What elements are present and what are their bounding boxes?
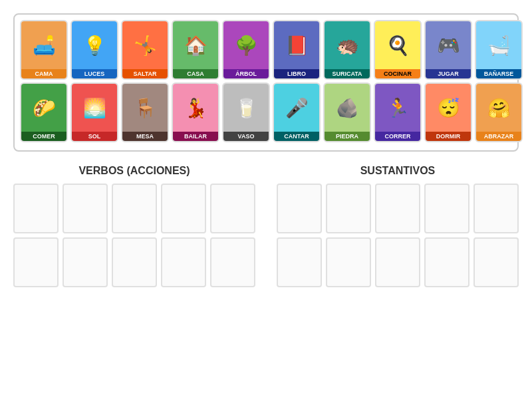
card-label-dormir: DORMIR — [426, 132, 471, 141]
verbos-category: VERBOS (ACCIONES) — [13, 165, 255, 287]
verbos-drop-row-1 — [13, 184, 255, 233]
card-label-cantar: CANTAR — [274, 132, 319, 141]
verbos-drop-cell[interactable] — [161, 237, 206, 287]
card-label-saltar: SALTAR — [122, 69, 168, 78]
card-correr[interactable]: 🏃CORRER — [374, 82, 422, 142]
sustantivos-drop-cell[interactable] — [473, 237, 519, 287]
card-image-correr: 🏃 — [375, 84, 420, 132]
card-label-luces: LUCES — [72, 69, 117, 78]
verbos-drop-cell[interactable] — [13, 184, 59, 233]
card-label-correr: CORRER — [375, 132, 420, 141]
sustantivos-drop-cell[interactable] — [326, 237, 371, 287]
sustantivos-drop-cell[interactable] — [424, 237, 469, 287]
card-label-comer: COMER — [21, 132, 66, 141]
card-image-suricata: 🦔 — [325, 21, 370, 69]
verbos-drop-cell[interactable] — [161, 184, 206, 233]
sustantivos-drop-cell[interactable] — [277, 184, 322, 233]
card-label-suricata: SURICATA — [325, 69, 370, 78]
card-abrazar[interactable]: 🤗ABRAZAR — [475, 82, 523, 142]
verbos-drop-row-2 — [13, 237, 255, 287]
card-image-luces: 💡 — [72, 21, 117, 69]
card-image-dormir: 😴 — [426, 84, 471, 132]
card-suricata[interactable]: 🦔SURICATA — [323, 20, 371, 80]
sustantivos-title: SUSTANTIVOS — [277, 165, 519, 177]
card-row-1: 🛋️CAMA💡LUCES🤸SALTAR🏠CASA🌳ÁRBOL📕LIBRO🦔SUR… — [20, 20, 512, 80]
card-label-piedra: PIEDRA — [325, 132, 370, 141]
card-label-cama: CAMA — [21, 69, 66, 78]
sustantivos-drop-row-1 — [277, 184, 519, 233]
card-jugar[interactable]: 🎮JUGAR — [424, 20, 472, 80]
card-image-jugar: 🎮 — [426, 21, 471, 69]
card-libro[interactable]: 📕LIBRO — [273, 20, 321, 80]
verbos-drop-grid — [13, 184, 255, 287]
card-image-comer: 🌮 — [21, 84, 66, 132]
verbos-title: VERBOS (ACCIONES) — [13, 165, 255, 177]
sustantivos-drop-row-2 — [277, 237, 519, 287]
sustantivos-drop-cell[interactable] — [326, 184, 371, 233]
card-image-sol: 🌅 — [72, 84, 117, 132]
card-vaso[interactable]: 🥛VASO — [222, 82, 270, 142]
card-bailar[interactable]: 💃BAILAR — [172, 82, 219, 142]
card-sol[interactable]: 🌅SOL — [70, 82, 118, 142]
card-image-libro: 📕 — [274, 21, 319, 69]
card-label-mesa: MESA — [122, 132, 168, 141]
card-image-cantar: 🎤 — [274, 84, 319, 132]
card-image-cocinar: 🍳 — [375, 21, 420, 69]
card-image-abrazar: 🤗 — [476, 84, 521, 132]
card-comer[interactable]: 🌮COMER — [20, 82, 68, 142]
card-dormir[interactable]: 😴DORMIR — [424, 82, 472, 142]
card-image-banarse: 🛁 — [476, 21, 521, 69]
card-image-piedra: 🪨 — [325, 84, 370, 132]
card-cocinar[interactable]: 🍳COCINAR — [374, 20, 422, 80]
card-image-mesa: 🪑 — [122, 84, 168, 132]
card-mesa[interactable]: 🪑MESA — [121, 82, 169, 142]
verbos-drop-cell[interactable] — [112, 184, 157, 233]
card-casa[interactable]: 🏠CASA — [172, 20, 219, 80]
divider — [262, 165, 270, 287]
card-arbol[interactable]: 🌳ÁRBOL — [222, 20, 270, 80]
categories-section: VERBOS (ACCIONES) — [13, 165, 519, 287]
sustantivos-drop-cell[interactable] — [473, 184, 519, 233]
card-label-vaso: VASO — [223, 132, 269, 141]
card-banarse[interactable]: 🛁BAÑARSE — [475, 20, 523, 80]
sustantivos-drop-cell[interactable] — [424, 184, 469, 233]
card-label-sol: SOL — [72, 132, 117, 141]
card-image-casa: 🏠 — [173, 21, 218, 69]
card-image-vaso: 🥛 — [223, 84, 269, 132]
sustantivos-drop-cell[interactable] — [375, 237, 420, 287]
card-row-2: 🌮COMER🌅SOL🪑MESA💃BAILAR🥛VASO🎤CANTAR🪨PIEDR… — [20, 82, 512, 142]
card-image-saltar: 🤸 — [122, 21, 168, 69]
card-label-casa: CASA — [173, 69, 218, 78]
card-label-jugar: JUGAR — [426, 69, 471, 78]
card-label-libro: LIBRO — [274, 69, 319, 78]
card-label-abrazar: ABRAZAR — [476, 132, 521, 141]
sustantivos-drop-cell[interactable] — [277, 237, 322, 287]
card-cama[interactable]: 🛋️CAMA — [20, 20, 68, 80]
card-label-banarse: BAÑARSE — [476, 69, 521, 78]
card-image-cama: 🛋️ — [21, 21, 66, 69]
sustantivos-drop-grid — [277, 184, 519, 287]
card-label-arbol: ÁRBOL — [223, 69, 269, 78]
verbos-drop-cell[interactable] — [210, 184, 255, 233]
card-image-arbol: 🌳 — [223, 21, 269, 69]
card-cantar[interactable]: 🎤CANTAR — [273, 82, 321, 142]
sustantivos-category: SUSTANTIVOS — [277, 165, 519, 287]
verbos-drop-cell[interactable] — [13, 237, 59, 287]
card-piedra[interactable]: 🪨PIEDRA — [323, 82, 371, 142]
verbos-drop-cell[interactable] — [210, 237, 255, 287]
card-label-cocinar: COCINAR — [375, 69, 420, 78]
sustantivos-drop-cell[interactable] — [375, 184, 420, 233]
verbos-drop-cell[interactable] — [63, 184, 108, 233]
card-image-bailar: 💃 — [173, 84, 218, 132]
card-label-bailar: BAILAR — [173, 132, 218, 141]
card-saltar[interactable]: 🤸SALTAR — [121, 20, 169, 80]
main-container: 🛋️CAMA💡LUCES🤸SALTAR🏠CASA🌳ÁRBOL📕LIBRO🦔SUR… — [0, 0, 532, 301]
verbos-drop-cell[interactable] — [63, 237, 108, 287]
card-grid: 🛋️CAMA💡LUCES🤸SALTAR🏠CASA🌳ÁRBOL📕LIBRO🦔SUR… — [13, 13, 519, 152]
verbos-drop-cell[interactable] — [112, 237, 157, 287]
card-luces[interactable]: 💡LUCES — [70, 20, 118, 80]
